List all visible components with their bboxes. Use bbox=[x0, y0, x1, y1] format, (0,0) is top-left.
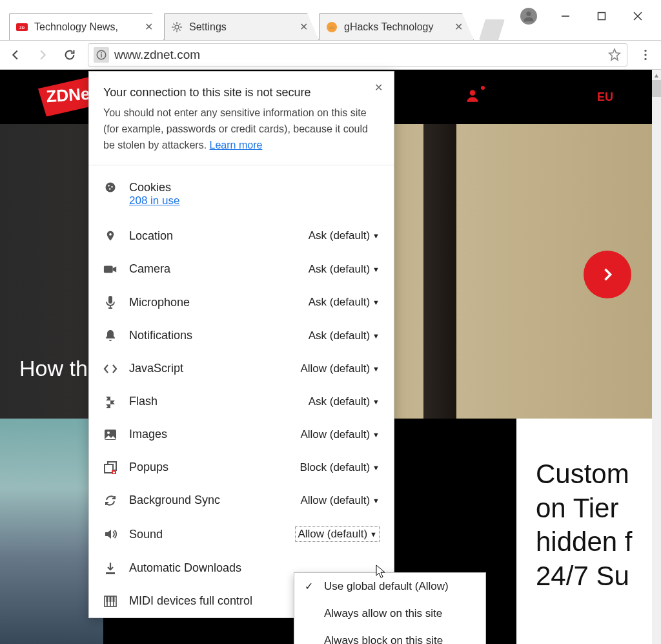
svg-point-19 bbox=[108, 185, 110, 187]
permission-select[interactable]: Ask (default) ▼ bbox=[309, 296, 380, 309]
cookies-label: Cookies bbox=[129, 181, 179, 194]
header-right: EU bbox=[464, 87, 613, 107]
permission-label: Notifications bbox=[129, 329, 297, 342]
scroll-up-arrow-icon[interactable]: ▲ bbox=[652, 70, 661, 80]
svg-rect-34 bbox=[107, 596, 108, 602]
permission-row-images: ImagesAllow (default) ▼ bbox=[103, 418, 380, 451]
popup-close-button[interactable]: ✕ bbox=[371, 79, 386, 95]
permission-row-popups: PopupsBlock (default) ▼ bbox=[103, 451, 380, 484]
permissions-list: Cookies 208 in use LocationAsk (default)… bbox=[89, 165, 394, 618]
site-info-popup: ✕ Your connection to this site is not se… bbox=[88, 71, 394, 618]
svg-point-17 bbox=[470, 90, 476, 96]
dropdown-option[interactable]: Always allow on this site bbox=[294, 600, 485, 627]
window-controls bbox=[505, 0, 661, 32]
reload-button[interactable] bbox=[61, 46, 79, 64]
back-button[interactable] bbox=[6, 46, 25, 64]
permission-row-location: LocationAsk (default) ▼ bbox=[103, 219, 380, 253]
article-headline: Custom on Tier hidden f 24/7 Su bbox=[516, 419, 652, 644]
popups-icon bbox=[103, 461, 117, 474]
bookmark-star-icon[interactable] bbox=[607, 48, 622, 62]
permission-row-js: JavaScriptAllow (default) ▼ bbox=[103, 352, 380, 385]
site-info-icon[interactable] bbox=[94, 47, 109, 63]
permission-label: Camera bbox=[129, 262, 297, 276]
maximize-button[interactable] bbox=[594, 8, 609, 24]
permission-select[interactable]: Ask (default) ▼ bbox=[309, 395, 380, 408]
tab-title: gHacks Technology bbox=[344, 21, 448, 33]
chrome-menu-button[interactable] bbox=[636, 46, 655, 64]
cookies-count-link[interactable]: 208 in use bbox=[129, 194, 179, 207]
next-slide-button[interactable] bbox=[584, 251, 631, 298]
download-icon bbox=[103, 562, 117, 575]
svg-rect-23 bbox=[104, 265, 113, 273]
svg-point-13 bbox=[644, 54, 646, 56]
camera-icon bbox=[103, 264, 117, 275]
permission-select[interactable]: Block (default) ▼ bbox=[300, 461, 380, 474]
favicon-ghacks-icon bbox=[326, 21, 338, 33]
permission-select[interactable]: Allow (default) ▼ bbox=[300, 494, 380, 507]
tab-close-button[interactable]: ✕ bbox=[300, 21, 312, 33]
permission-row-flash: FlashAsk (default) ▼ bbox=[103, 385, 380, 418]
minimize-button[interactable] bbox=[558, 8, 573, 24]
scrollbar-thumb[interactable] bbox=[652, 80, 661, 97]
favicon-zdnet-icon: ZD bbox=[16, 21, 28, 33]
svg-rect-35 bbox=[110, 596, 112, 602]
vertical-scrollbar[interactable]: ▲ bbox=[652, 70, 661, 644]
region-label[interactable]: EU bbox=[597, 90, 613, 104]
url-text: www.zdnet.com bbox=[114, 48, 602, 62]
article-thumbnail bbox=[0, 419, 103, 644]
dropdown-option[interactable]: Use global default (Allow) bbox=[294, 573, 485, 600]
forward-button[interactable] bbox=[34, 46, 52, 64]
popup-body: You should not enter any sensitive infor… bbox=[103, 105, 380, 153]
cookie-icon bbox=[103, 181, 117, 194]
permission-row-bell: NotificationsAsk (default) ▼ bbox=[103, 319, 380, 352]
images-icon bbox=[103, 429, 117, 441]
dropdown-option[interactable]: Always block on this site bbox=[294, 627, 485, 644]
permission-label: Popups bbox=[129, 461, 288, 474]
svg-point-14 bbox=[644, 58, 646, 60]
midi-icon bbox=[103, 596, 117, 607]
svg-point-26 bbox=[107, 431, 110, 434]
permission-row-mic: MicrophoneAsk (default) ▼ bbox=[103, 286, 380, 319]
mic-icon bbox=[103, 295, 117, 309]
tab-close-button[interactable]: ✕ bbox=[454, 21, 467, 33]
location-icon bbox=[103, 229, 117, 243]
permission-label: Microphone bbox=[129, 296, 297, 309]
tab-zdnet[interactable]: ZD Technology News, ✕ bbox=[9, 13, 164, 40]
sound-icon bbox=[103, 528, 117, 540]
permission-select[interactable]: Allow (default) ▼ bbox=[300, 362, 380, 375]
close-window-button[interactable] bbox=[630, 8, 646, 24]
favicon-gear-icon bbox=[171, 21, 183, 33]
permission-select[interactable]: Allow (default) ▼ bbox=[300, 428, 380, 441]
permission-label: Images bbox=[129, 428, 289, 441]
popup-title: Your connection to this site is not secu… bbox=[103, 86, 380, 99]
user-account-icon[interactable] bbox=[464, 87, 481, 107]
tab-settings[interactable]: Settings ✕ bbox=[164, 13, 319, 40]
sync-icon bbox=[103, 494, 117, 507]
permission-row-camera: CameraAsk (default) ▼ bbox=[103, 253, 380, 286]
tab-title: Settings bbox=[189, 21, 293, 33]
profile-avatar-icon[interactable] bbox=[520, 8, 537, 25]
svg-rect-11 bbox=[101, 54, 102, 57]
svg-point-21 bbox=[109, 189, 111, 191]
svg-point-18 bbox=[106, 183, 116, 192]
permission-select[interactable]: Ask (default) ▼ bbox=[309, 229, 380, 242]
new-tab-button[interactable] bbox=[479, 19, 505, 40]
permission-select[interactable]: Ask (default) ▼ bbox=[309, 329, 380, 342]
popup-header: ✕ Your connection to this site is not se… bbox=[89, 72, 394, 165]
permission-select[interactable]: Ask (default) ▼ bbox=[309, 263, 380, 276]
permission-select[interactable]: Allow (default) ▼ bbox=[295, 526, 380, 542]
svg-rect-24 bbox=[108, 296, 112, 304]
svg-point-0 bbox=[526, 12, 531, 16]
permission-label: Background Sync bbox=[129, 493, 289, 507]
tab-ghacks[interactable]: gHacks Technology ✕ bbox=[319, 13, 474, 40]
learn-more-link[interactable]: Learn more bbox=[210, 140, 263, 151]
permission-label: Sound bbox=[129, 528, 283, 541]
permission-row-sync: Background SyncAllow (default) ▼ bbox=[103, 484, 380, 517]
permission-label: Location bbox=[129, 229, 297, 243]
svg-point-22 bbox=[109, 233, 112, 236]
tab-close-button[interactable]: ✕ bbox=[145, 21, 157, 33]
permission-label: Flash bbox=[129, 395, 297, 408]
omnibox[interactable]: www.zdnet.com bbox=[88, 43, 627, 67]
sound-permission-dropdown: Use global default (Allow)Always allow o… bbox=[294, 572, 486, 644]
js-icon bbox=[103, 364, 117, 374]
